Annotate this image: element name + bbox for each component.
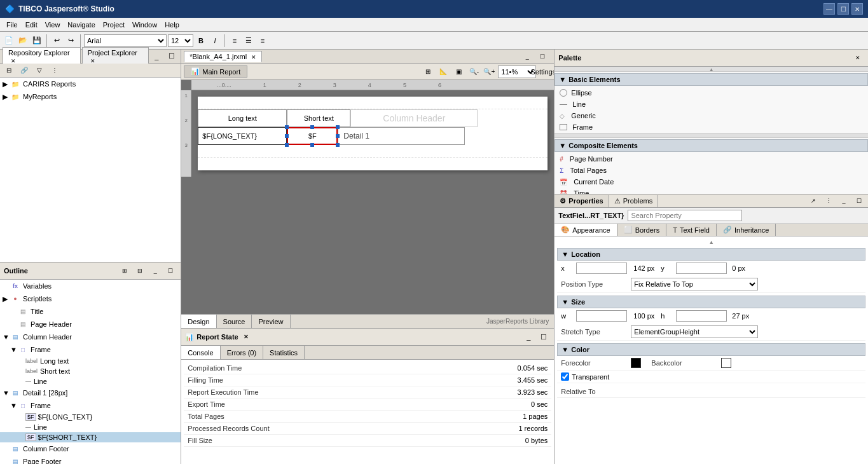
outline-expand-button[interactable]: ⊟ <box>134 264 146 277</box>
myreports-expand-arrow[interactable]: ▶ <box>3 93 10 101</box>
report-state-maximize[interactable]: ☐ <box>537 331 550 343</box>
menu-window[interactable]: Window <box>128 20 161 30</box>
menu-button[interactable]: ⋮ <box>48 64 61 77</box>
minimize-button[interactable]: — <box>823 3 835 15</box>
outline-detail1[interactable]: ▼ ▤ Detail 1 [28px] <box>0 386 181 399</box>
file-tab-close[interactable]: ✕ <box>251 54 256 60</box>
location-section-header[interactable]: ▼ Location <box>557 248 865 261</box>
minimize-panel-button[interactable]: _ <box>150 50 163 63</box>
statistics-tab[interactable]: Statistics <box>263 346 305 359</box>
outline-title[interactable]: ▤ Title <box>0 305 181 318</box>
view-tool-1[interactable]: ⊞ <box>422 65 434 78</box>
menu-navigate[interactable]: Navigate <box>64 20 99 30</box>
palette-current-date[interactable]: 📅 Current Date <box>555 176 868 188</box>
link-button[interactable]: 🔗 <box>18 64 31 77</box>
size-section-header[interactable]: ▼ Size <box>557 296 865 308</box>
properties-main-tab[interactable]: ⚙ Properties <box>555 195 609 207</box>
outline-frame-d1[interactable]: ▼ □ Frame <box>0 399 181 412</box>
proj-explorer-tab[interactable]: Project Explorer ✕ <box>82 47 149 66</box>
header-cell-short[interactable]: Short text <box>287 109 350 127</box>
handle-top-mid[interactable] <box>310 125 314 129</box>
color-section-header[interactable]: ▼ Color <box>557 343 865 356</box>
forecolor-swatch[interactable] <box>631 358 641 368</box>
outline-page-footer[interactable]: ▤ Page Footer <box>0 455 181 464</box>
redo-button[interactable]: ↪ <box>64 34 77 47</box>
canvas-scroll[interactable]: ...0.... 1 2 3 4 5 6 1 2 3 <box>181 80 554 314</box>
handle-top-left[interactable] <box>285 125 289 129</box>
detail-cell-detail1[interactable]: Detail 1 <box>338 127 465 145</box>
font-size-select[interactable]: 12 <box>168 34 193 47</box>
menu-view[interactable]: View <box>41 20 64 30</box>
source-tab[interactable]: Source <box>217 315 252 328</box>
preview-tab[interactable]: Preview <box>252 315 290 328</box>
w-input[interactable] <box>576 310 627 322</box>
handle-top-right[interactable] <box>336 125 340 129</box>
filter-button[interactable]: ▽ <box>33 64 46 77</box>
handle-mid-right[interactable] <box>336 134 340 138</box>
frame-ch-arrow[interactable]: ▼ <box>10 346 18 353</box>
view-tool-3[interactable]: ▣ <box>452 65 465 78</box>
text-field-tab[interactable]: T Text Field <box>666 224 717 236</box>
header-cell-long[interactable]: Long text <box>198 109 287 127</box>
palette-line[interactable]: Line <box>555 99 868 110</box>
file-tab[interactable]: *Blank_A4_1.jrxml ✕ <box>184 51 262 62</box>
design-tab[interactable]: Design <box>181 315 216 328</box>
props-minimize-button[interactable]: _ <box>837 194 850 207</box>
h-input[interactable] <box>676 310 727 322</box>
detail1-arrow[interactable]: ▼ <box>3 389 10 397</box>
stretch-type-select[interactable]: ElementGroupHeight <box>631 325 758 338</box>
view-tool-2[interactable]: 📐 <box>437 65 450 78</box>
transparent-checkbox[interactable] <box>561 372 569 381</box>
errors-tab[interactable]: Errors (0) <box>221 346 263 359</box>
props-external-button[interactable]: ↗ <box>807 194 820 207</box>
palette-content[interactable]: ▲ ▼ Basic Elements Ellipse Line ◇ Ge <box>555 67 868 194</box>
collapse-all-button[interactable]: ⊟ <box>3 64 15 77</box>
palette-page-number[interactable]: # Page Number <box>555 153 868 165</box>
backcolor-swatch[interactable] <box>721 358 731 368</box>
undo-button[interactable]: ↩ <box>50 34 63 47</box>
palette-generic[interactable]: ◇ Generic <box>555 110 868 121</box>
report-state-minimize[interactable]: _ <box>522 331 535 343</box>
repo-explorer-tab[interactable]: Repository Explorer ✕ <box>3 47 81 66</box>
x-input[interactable] <box>576 263 627 274</box>
palette-composite-header[interactable]: ▼ Composite Elements <box>555 139 868 152</box>
new-button[interactable]: 📄 <box>3 34 15 47</box>
bold-button[interactable]: B <box>195 34 207 47</box>
scriptlets-arrow[interactable]: ▶ <box>3 295 10 303</box>
canvas-minimize-button[interactable]: _ <box>521 50 534 63</box>
position-type-select[interactable]: Fix Relative To Top <box>631 278 758 290</box>
problems-tab[interactable]: ⚠ Problems <box>609 195 658 207</box>
outline-minimize-button[interactable]: _ <box>149 264 162 277</box>
canvas-maximize-button[interactable]: ☐ <box>536 50 549 63</box>
handle-bot-mid[interactable] <box>310 143 314 147</box>
main-report-tab[interactable]: 📊 Main Report <box>184 65 247 78</box>
detail-cell-sf-short[interactable]: $F <box>287 127 338 145</box>
outline-variables[interactable]: fx Variables <box>0 280 181 292</box>
maximize-panel-button[interactable]: ☐ <box>165 50 178 63</box>
outline-frame-ch[interactable]: ▼ □ Frame <box>0 343 181 356</box>
tree-carirs[interactable]: ▶ 📁 CARIRS Reports <box>0 78 181 90</box>
report-state-close[interactable]: ✕ <box>244 334 249 340</box>
repo-tab-close[interactable]: ✕ <box>11 58 16 64</box>
outline-maximize-button[interactable]: ☐ <box>164 264 177 277</box>
palette-ellipse[interactable]: Ellipse <box>555 87 868 99</box>
outline-column-footer[interactable]: ▤ Column Footer <box>0 442 181 455</box>
borders-tab[interactable]: ⬜ Borders <box>617 224 667 236</box>
outline-long-text[interactable]: label Long text <box>0 356 181 366</box>
palette-frame[interactable]: Frame <box>555 121 868 133</box>
menu-edit[interactable]: Edit <box>22 20 41 30</box>
font-family-select[interactable]: Arial <box>84 34 167 47</box>
maximize-button[interactable]: ☐ <box>837 3 849 15</box>
zoom-in-button[interactable]: 🔍+ <box>483 65 495 78</box>
align-center-button[interactable]: ☰ <box>242 34 255 47</box>
palette-close[interactable]: ✕ <box>851 51 864 64</box>
palette-total-pages[interactable]: Σ Total Pages <box>555 165 868 176</box>
proj-tab-close[interactable]: ✕ <box>90 58 95 64</box>
save-button[interactable]: 💾 <box>31 34 43 47</box>
settings-button[interactable]: Settings ▾ <box>539 65 551 78</box>
outline-tree[interactable]: fx Variables ▶ ● Scriptlets ▤ Title <box>0 280 181 464</box>
y-input[interactable] <box>676 263 727 274</box>
console-tab[interactable]: Console <box>181 346 220 359</box>
search-property-input[interactable] <box>628 210 742 221</box>
handle-mid-left[interactable] <box>285 134 289 138</box>
